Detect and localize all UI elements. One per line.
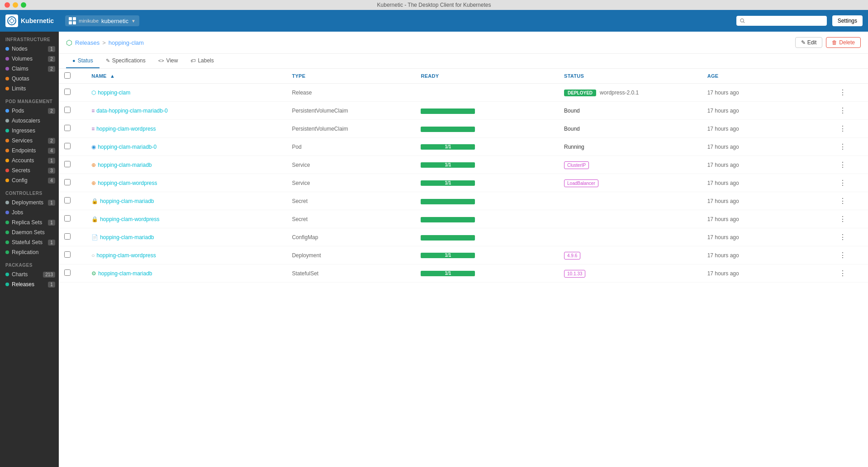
row-more-button-10[interactable]: ⋮ — [836, 268, 849, 278]
row-name-3[interactable]: hopping-clam-mariadb-0 — [98, 144, 157, 150]
settings-button[interactable]: Settings — [832, 15, 863, 26]
table-row: ○hopping-clam-wordpressDeployment1/14.9.… — [59, 246, 868, 264]
sidebar-item-charts[interactable]: Charts213 — [0, 269, 59, 279]
sidebar-item-ingresses[interactable]: Ingresses — [0, 126, 59, 136]
specifications-tab-icon: ✎ — [106, 58, 110, 64]
row-name-5[interactable]: hopping-clam-wordpress — [98, 180, 157, 186]
row-type-3: Pod — [286, 138, 415, 156]
row-checkbox-9[interactable] — [64, 251, 71, 258]
limits-dot-icon — [5, 87, 9, 90]
row-more-button-6[interactable]: ⋮ — [836, 196, 849, 206]
search-input[interactable] — [748, 18, 823, 24]
row-checkbox-10[interactable] — [64, 269, 71, 276]
row-checkbox-2[interactable] — [64, 125, 71, 131]
row-checkbox-7[interactable] — [64, 215, 71, 222]
dropdown-arrow-icon: ▼ — [131, 19, 136, 24]
ready-bar-7 — [421, 217, 475, 222]
replication-dot-icon — [5, 250, 9, 254]
sidebar-item-statefulsets[interactable]: Stateful Sets1 — [0, 237, 59, 247]
close-button[interactable] — [5, 2, 10, 8]
delete-button[interactable]: 🗑 Delete — [826, 37, 861, 48]
ready-bar-1 — [421, 108, 475, 114]
sidebar-item-label-endpoints: Endpoints — [12, 147, 36, 154]
row-more-button-8[interactable]: ⋮ — [836, 232, 849, 242]
row-name-6[interactable]: hopping-clam-mariadb — [100, 198, 154, 204]
sidebar-item-deployments[interactable]: Deployments1 — [0, 198, 59, 208]
row-name-8[interactable]: hopping-clam-mariadb — [100, 234, 154, 241]
breadcrumb-parent[interactable]: Releases — [75, 39, 100, 46]
sidebar-item-releases[interactable]: Releases1 — [0, 279, 59, 289]
ready-bar-container-4: 1/1 — [421, 161, 475, 169]
sidebar-item-claims[interactable]: Claims2 — [0, 64, 59, 74]
row-type-icon-3: ◉ — [91, 144, 96, 150]
row-status-9: 4.9.6 — [559, 246, 702, 264]
sidebar-item-volumes[interactable]: Volumes2 — [0, 54, 59, 64]
sidebar-item-left: Secrets — [5, 167, 30, 174]
row-type-icon-1: ≡ — [91, 108, 95, 114]
maximize-button[interactable] — [21, 2, 26, 8]
table-row: ⚙hopping-clam-mariadbStatefulSet1/110.1.… — [59, 264, 868, 283]
row-more-button-4[interactable]: ⋮ — [836, 160, 849, 170]
sidebar-item-nodes[interactable]: Nodes1 — [0, 44, 59, 54]
quotas-dot-icon — [5, 77, 9, 80]
row-checkbox-8[interactable] — [64, 233, 71, 240]
sidebar-item-accounts[interactable]: Accounts1 — [0, 156, 59, 165]
row-more-button-5[interactable]: ⋮ — [836, 178, 849, 188]
tab-view[interactable]: <>View — [152, 54, 185, 68]
row-more-button-0[interactable]: ⋮ — [836, 87, 849, 98]
sidebar-item-left: Stateful Sets — [5, 239, 43, 245]
sidebar-item-endpoints[interactable]: Endpoints4 — [0, 146, 59, 156]
row-age-5: 17 hours ago — [702, 174, 831, 192]
row-checkbox-6[interactable] — [64, 197, 71, 203]
row-checkbox-3[interactable] — [64, 143, 71, 149]
edit-button[interactable]: ✎ Edit — [795, 37, 823, 48]
volumes-dot-icon — [5, 57, 9, 61]
sidebar-item-pods[interactable]: Pods2 — [0, 106, 59, 116]
tab-labels[interactable]: 🏷Labels — [184, 54, 220, 68]
sidebar-item-replicasets[interactable]: Replica Sets1 — [0, 217, 59, 227]
row-name-1[interactable]: data-hopping-clam-mariadb-0 — [96, 108, 167, 114]
row-checkbox-4[interactable] — [64, 161, 71, 167]
row-name-7[interactable]: hopping-clam-wordpress — [100, 216, 159, 222]
minimize-button[interactable] — [13, 2, 18, 8]
sidebar-item-jobs[interactable]: Jobs — [0, 208, 59, 217]
row-name-10[interactable]: hopping-clam-mariadb — [98, 270, 152, 277]
cluster-selector[interactable]: minikube kubernetic ▼ — [65, 15, 139, 26]
row-checkbox-5[interactable] — [64, 179, 71, 185]
row-age-8: 17 hours ago — [702, 228, 831, 246]
row-type-icon-9: ○ — [91, 252, 95, 259]
row-more-button-3[interactable]: ⋮ — [836, 142, 849, 152]
row-type-icon-7: 🔒 — [91, 216, 98, 222]
row-name-0[interactable]: hopping-clam — [98, 90, 130, 96]
sidebar-item-left: Quotas — [5, 75, 29, 82]
row-more-button-9[interactable]: ⋮ — [836, 250, 849, 260]
sidebar-item-replication[interactable]: Replication — [0, 247, 59, 257]
table-body: ⬡hopping-clamReleaseDEPLOYEDwordpress-2.… — [59, 84, 868, 283]
sidebar-item-daemonsets[interactable]: Daemon Sets — [0, 227, 59, 237]
row-more-button-7[interactable]: ⋮ — [836, 214, 849, 224]
sidebar-item-secrets[interactable]: Secrets3 — [0, 165, 59, 175]
tab-status[interactable]: ●Status — [66, 54, 100, 68]
row-ready-6 — [415, 192, 559, 210]
row-type-icon-6: 🔒 — [91, 198, 98, 204]
row-name-9[interactable]: hopping-clam-wordpress — [96, 252, 156, 259]
sidebar-item-config[interactable]: Config4 — [0, 175, 59, 185]
row-name-4[interactable]: hopping-clam-mariadb — [98, 162, 152, 168]
sidebar-item-label-secrets: Secrets — [12, 167, 30, 174]
tab-specifications[interactable]: ✎Specifications — [100, 54, 152, 68]
sidebar-item-limits[interactable]: Limits — [0, 84, 59, 94]
row-name-2[interactable]: hopping-clam-wordpress — [96, 126, 156, 132]
sidebar-item-services[interactable]: Services2 — [0, 136, 59, 146]
sidebar-item-quotas[interactable]: Quotas — [0, 74, 59, 84]
row-more-button-2[interactable]: ⋮ — [836, 123, 849, 134]
row-ready-10: 1/1 — [415, 264, 559, 283]
row-checkbox-1[interactable] — [64, 107, 71, 113]
row-more-button-1[interactable]: ⋮ — [836, 105, 849, 116]
select-all-checkbox[interactable] — [64, 72, 71, 79]
ready-bar-label-5: 1/1 — [445, 179, 451, 187]
row-status-2: Bound — [559, 120, 702, 138]
logo-icon — [5, 14, 18, 27]
row-checkbox-0[interactable] — [64, 89, 71, 95]
status-tab-icon: ● — [72, 58, 76, 63]
sidebar-item-autoscalers[interactable]: Autoscalers — [0, 116, 59, 126]
